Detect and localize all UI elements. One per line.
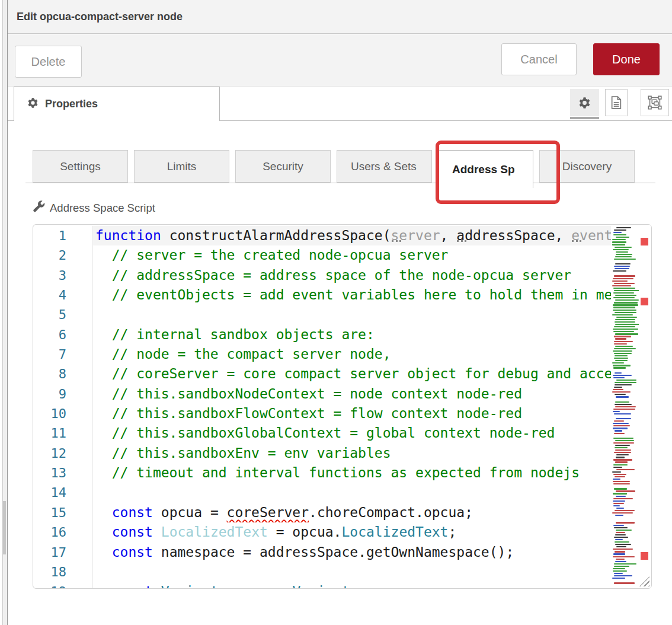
line-number: 17: [33, 543, 93, 562]
code-line[interactable]: 16 const LocalizedText = opcua.Localized…: [33, 522, 651, 542]
minimap-line: [615, 394, 626, 395]
minimap-line: [615, 449, 631, 451]
minimap-line: [612, 314, 633, 315]
minimap-line: [616, 532, 626, 533]
minimap-line: [615, 247, 631, 248]
minimap-line: [615, 440, 633, 441]
tab-settings[interactable]: Settings: [33, 150, 128, 183]
wrench-icon: [33, 200, 45, 216]
minimap-line: [614, 353, 632, 354]
code-editor[interactable]: 1function constructAlarmAddressSpace(ser…: [33, 224, 652, 589]
minimap-line: [614, 488, 627, 489]
code-line[interactable]: 7 // node = the compact server node,: [33, 345, 651, 364]
tab-address-sp[interactable]: Address Sp: [438, 150, 533, 188]
code-line[interactable]: 17 const namespace = addressSpace.getOwn…: [33, 543, 651, 562]
minimap-line: [613, 278, 633, 279]
code-line[interactable]: 8 // coreServer = core compact server ob…: [33, 364, 651, 384]
node-description-button[interactable]: [605, 89, 628, 116]
code-line[interactable]: 18: [33, 562, 651, 582]
error-marker: [641, 552, 648, 560]
code-line[interactable]: 3 // addressSpace = address space of the…: [33, 266, 651, 285]
minimap-line: [614, 433, 625, 434]
code-line[interactable]: 6 // internal sandbox objects are:: [33, 325, 651, 345]
line-content: const LocalizedText = opcua.LocalizedTex…: [93, 522, 611, 542]
tab-label: Security: [263, 160, 303, 173]
done-button[interactable]: Done: [593, 43, 660, 75]
tab-security[interactable]: Security: [235, 150, 331, 183]
page-scrollbar-thumb[interactable]: [2, 501, 6, 554]
minimap-line: [615, 355, 628, 356]
minimap-line: [613, 464, 628, 465]
code-line[interactable]: 11 // this.sandboxGlobalContext = global…: [33, 423, 651, 443]
minimap-line: [616, 530, 632, 531]
minimap-line: [613, 525, 625, 526]
tab-discovery[interactable]: Discovery: [539, 150, 635, 183]
code-line[interactable]: 9 // this.sandboxNodeContext = node cont…: [33, 384, 651, 404]
code-line[interactable]: 13 // timeout and interval functions as …: [33, 463, 651, 483]
minimap[interactable]: [611, 226, 639, 587]
minimap-line: [614, 563, 636, 565]
minimap-line: [614, 413, 631, 414]
minimap-line: [614, 566, 629, 567]
editor-tab-bar: Properties: [8, 87, 672, 121]
tab-users-sets[interactable]: Users & Sets: [337, 150, 432, 183]
minimap-line: [613, 459, 632, 460]
line-content: const Variant = opcua.Variant;: [93, 582, 611, 589]
minimap-line: [614, 358, 628, 359]
delete-button[interactable]: Delete: [15, 46, 82, 78]
minimap-line: [613, 367, 626, 368]
minimap-line: [613, 304, 638, 305]
tab-limits[interactable]: Limits: [134, 150, 229, 183]
minimap-line: [613, 553, 625, 554]
minimap-line: [615, 515, 623, 516]
minimap-line: [616, 317, 637, 318]
code-line[interactable]: 2 // server = the created node-opcua ser…: [33, 245, 651, 265]
cancel-button[interactable]: Cancel: [501, 43, 577, 75]
line-number: 9: [33, 384, 93, 404]
minimap-line: [614, 302, 638, 303]
minimap-line: [616, 522, 635, 523]
minimap-line: [613, 389, 623, 390]
node-settings-button[interactable]: [570, 89, 599, 116]
line-content: // addressSpace = address space of the n…: [93, 266, 611, 285]
minimap-line: [613, 409, 635, 410]
minimap-line: [615, 360, 628, 361]
code-line[interactable]: 5: [33, 305, 651, 324]
config-tabs: SettingsLimitsSecurityUsers & SetsAddres…: [33, 150, 635, 188]
minimap-line: [614, 229, 626, 231]
minimap-line: [614, 387, 622, 388]
code-line[interactable]: 14: [33, 483, 651, 502]
minimap-line: [615, 561, 626, 562]
minimap-line: [615, 447, 628, 448]
code-lines: 1function constructAlarmAddressSpace(ser…: [33, 226, 651, 589]
minimap-line: [615, 324, 639, 325]
minimap-line: [616, 454, 629, 455]
minimap-line: [615, 338, 626, 339]
minimap-line: [612, 239, 626, 240]
minimap-line: [612, 244, 625, 245]
minimap-line: [615, 333, 638, 334]
code-line[interactable]: 4 // eventObjects = add event variables …: [33, 285, 651, 305]
minimap-line: [612, 471, 620, 473]
tab-properties[interactable]: Properties: [14, 87, 220, 121]
line-content: [93, 562, 611, 582]
minimap-line: [613, 505, 619, 506]
code-line[interactable]: 19 const Variant = opcua.Variant;: [33, 582, 651, 589]
line-number: 11: [33, 423, 93, 443]
code-line[interactable]: 10 // this.sandboxFlowContext = flow con…: [33, 404, 651, 423]
line-content: // this.sandboxFlowContext = flow contex…: [93, 404, 611, 423]
error-marker: [641, 298, 648, 305]
minimap-line: [614, 420, 624, 422]
minimap-line: [613, 423, 629, 424]
line-number: 16: [33, 522, 93, 542]
minimap-line: [612, 280, 628, 282]
code-line[interactable]: 1function constructAlarmAddressSpace(ser…: [33, 226, 651, 245]
minimap-line: [613, 568, 625, 569]
line-content: // internal sandbox objects are:: [93, 325, 611, 345]
minimap-line: [616, 380, 636, 381]
minimap-line: [613, 503, 625, 504]
code-line[interactable]: 15 const opcua = coreServer.choreCompact…: [33, 503, 651, 522]
node-appearance-button[interactable]: [641, 89, 669, 116]
minimap-line: [612, 578, 625, 579]
code-line[interactable]: 12 // this.sandboxEnv = env variables: [33, 444, 651, 463]
